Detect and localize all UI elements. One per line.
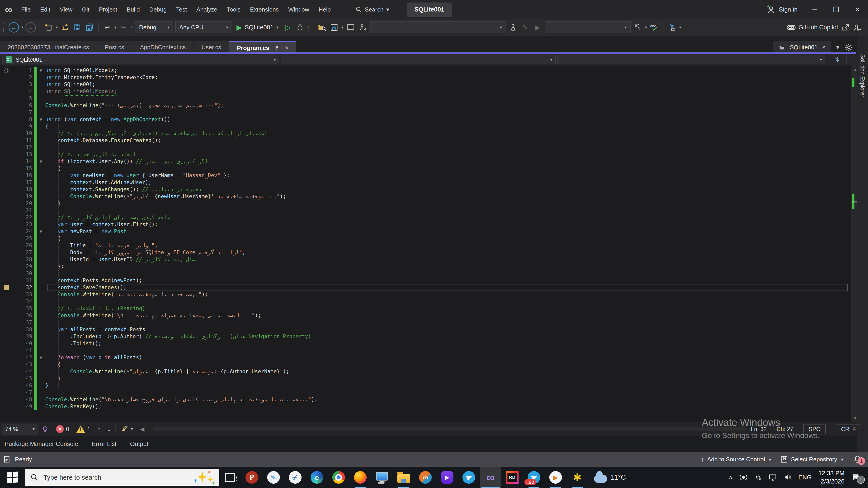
code-line[interactable]: 22// ۳. اضافه کردن پست برای اولین کاربر xyxy=(0,214,848,221)
tray-chevron-icon[interactable]: ∧ xyxy=(728,474,733,481)
pin-icon[interactable] xyxy=(274,45,280,51)
menu-edit[interactable]: Edit xyxy=(35,2,55,17)
type-dropdown[interactable]: ▾ xyxy=(281,55,556,64)
menu-project[interactable]: Project xyxy=(94,2,122,17)
code-cleanup-button[interactable]: ▾ xyxy=(117,425,136,433)
rider-icon[interactable]: RD xyxy=(501,467,523,488)
chevron-down-icon[interactable]: ▾ xyxy=(114,25,116,30)
attach-debugger-button[interactable] xyxy=(358,21,368,34)
chevron-down-icon[interactable]: ▾ xyxy=(307,25,309,30)
spell-check-button[interactable]: abc xyxy=(649,21,659,34)
test-profile-dropdown[interactable]: ▾ xyxy=(370,22,506,33)
code-line[interactable]: 14∨if (!context.User.Any()) // اگر کاربر… xyxy=(0,158,848,165)
gear-icon[interactable] xyxy=(845,43,852,51)
code-line[interactable]: 48Console.WriteLine("\nعملیات با موفقیت … xyxy=(0,396,848,403)
save-all-button[interactable] xyxy=(85,21,94,34)
horizontal-scrollbar[interactable] xyxy=(153,427,746,431)
tab-user-cs[interactable]: User.cs xyxy=(194,41,229,54)
tab-2026020308373-itialcreate-cs[interactable]: 2026020308373...itialCreate.cs xyxy=(0,41,97,54)
hscroll-left-icon[interactable]: ◀ xyxy=(136,426,148,432)
fold-chevron-icon[interactable]: ∨ xyxy=(37,354,45,361)
fold-chevron-icon[interactable]: ∨ xyxy=(37,158,45,165)
action-center-button[interactable]: 1 xyxy=(851,473,864,482)
code-line[interactable]: 42∨foreach (var p in allPosts) xyxy=(0,354,848,361)
screen-record-icon[interactable] xyxy=(740,474,747,481)
close-icon[interactable]: × xyxy=(285,44,289,52)
tab-appdbcontext-cs[interactable]: AppDbContext.cs xyxy=(132,41,193,54)
chevron-down-icon[interactable]: ▾ xyxy=(645,25,647,30)
snipping-tool-icon[interactable]: ✂ xyxy=(284,467,306,488)
code-line[interactable]: 34 xyxy=(0,298,848,305)
paint-icon[interactable]: ✎ xyxy=(263,467,284,488)
space-mode-indicator[interactable]: SPC xyxy=(803,424,826,434)
error-count[interactable]: ✕ 0 xyxy=(53,425,73,433)
code-line[interactable]: 27Body = "من امروز کار با SQLite و EF Co… xyxy=(0,249,848,256)
task-view-button[interactable] xyxy=(219,467,241,488)
code-line[interactable]: 8∨using (var context = new AppDbContext(… xyxy=(0,116,848,123)
taskbar-search-input[interactable]: Type here to search xyxy=(25,469,219,486)
undo-button[interactable]: ↩ xyxy=(102,21,112,34)
tab-program-cs[interactable]: Program.cs× xyxy=(229,41,296,54)
code-line[interactable]: 17context.User.Add(newUser); xyxy=(0,179,848,186)
file-explorer-icon[interactable] xyxy=(393,467,414,488)
code-line[interactable]: {}1∨using SQLite001.Models; xyxy=(0,67,848,74)
code-line[interactable]: 6Console.WriteLine("--- سیستم مدیریت محت… xyxy=(0,102,848,109)
menu-help[interactable]: Help xyxy=(314,2,336,17)
start-without-debugging-button[interactable]: ▷ xyxy=(283,21,293,34)
github-copilot-button[interactable] xyxy=(786,21,796,34)
redo-button[interactable]: ↪ xyxy=(119,21,129,34)
split-window-button[interactable]: ⇅ xyxy=(827,55,846,64)
panel-tab-error-list[interactable]: Error List xyxy=(92,441,117,448)
network-display-icon[interactable] xyxy=(769,474,777,481)
volume-icon[interactable] xyxy=(783,474,792,481)
fold-chevron-icon[interactable]: ∨ xyxy=(37,116,45,123)
code-line[interactable]: 26Title = "اولین تجربه داتنت", xyxy=(0,242,848,249)
weather-widget[interactable]: 11°C xyxy=(588,472,632,483)
quick-search[interactable]: Search ▾ xyxy=(346,4,389,15)
close-icon[interactable]: × xyxy=(822,44,826,51)
menu-view[interactable]: View xyxy=(55,2,77,17)
menu-file[interactable]: File xyxy=(17,2,35,17)
code-line[interactable]: 47 xyxy=(0,389,848,396)
health-indicator[interactable] xyxy=(38,425,53,433)
toolbar-grip[interactable] xyxy=(3,22,5,32)
media-player-icon[interactable]: ▶ xyxy=(545,467,566,488)
tab-post-cs[interactable]: Post.cs xyxy=(97,41,132,54)
code-line[interactable]: 31context.Posts.Add(newPost); xyxy=(0,277,848,284)
code-line[interactable]: 3using SQLite001; xyxy=(0,81,848,88)
analyze-button[interactable] xyxy=(633,21,643,34)
save-button[interactable] xyxy=(72,21,82,34)
member-dropdown[interactable]: ▾ xyxy=(557,55,825,64)
telegram-icon[interactable] xyxy=(458,467,480,488)
code-line[interactable]: 44Console.WriteLine($"عنوان: {p.Title} |… xyxy=(0,368,848,375)
code-line[interactable]: 23var user = context.User.First(); xyxy=(0,221,848,228)
hot-reload-button[interactable] xyxy=(295,21,305,34)
code-line[interactable]: 30 xyxy=(0,270,848,277)
panel-tab-output[interactable]: Output xyxy=(130,441,148,448)
start-debugging-button[interactable]: ▶ SQLite001 ▾ xyxy=(234,23,281,32)
navigate-forward-button[interactable]: → xyxy=(26,22,36,33)
idm-icon[interactable]: ∞ xyxy=(414,467,436,488)
code-line[interactable]: 32context.SaveChanges(); xyxy=(0,284,848,291)
next-issue-button[interactable]: ↓ xyxy=(104,426,114,432)
menu-tools[interactable]: Tools xyxy=(222,2,245,17)
code-line[interactable]: 40.ToList(); xyxy=(0,340,848,347)
clock[interactable]: 12:33 PM 2/3/2026 xyxy=(818,469,844,486)
cursor-tool-icon[interactable] xyxy=(667,21,677,34)
code-line[interactable]: 35// ۴. نمایش اطلاعات (Reading) xyxy=(0,305,848,312)
tab-sqlite001-tool-window[interactable]: SQLite001 × xyxy=(773,41,831,54)
code-line[interactable]: 29}; xyxy=(0,263,848,270)
code-line[interactable]: 43{ xyxy=(0,361,848,368)
solution-platforms-dropdown[interactable]: Any CPU▾ xyxy=(176,22,232,33)
chevron-down-icon[interactable]: ▼ xyxy=(835,44,840,51)
zoom-dropdown[interactable]: 74 % ▾ xyxy=(2,424,38,434)
warning-count[interactable]: 1 xyxy=(73,425,94,433)
code-line[interactable]: 20} xyxy=(0,200,848,207)
solution-explorer-strip[interactable]: Solution Explorer xyxy=(857,36,868,452)
menu-test[interactable]: Test xyxy=(171,2,192,17)
code-line[interactable]: 11context.Database.EnsureCreated(); xyxy=(0,137,848,144)
add-to-source-control-button[interactable]: ↑ Add to Source Control ▲ xyxy=(701,456,772,463)
kmplayer-icon[interactable]: ▶ xyxy=(436,467,458,488)
project-dropdown[interactable]: C# SQLite001 ▾ xyxy=(2,55,279,64)
menu-analyze[interactable]: Analyze xyxy=(192,2,222,17)
